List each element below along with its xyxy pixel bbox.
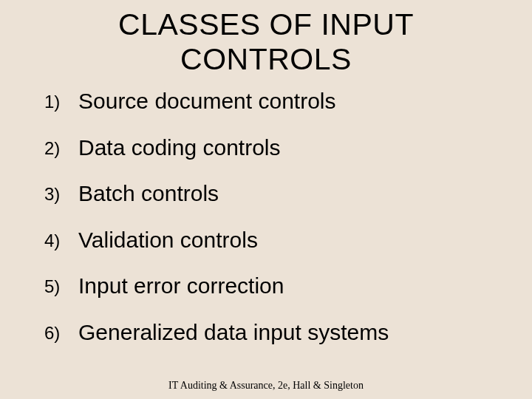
numbered-list: Source document controls Data coding con… bbox=[30, 89, 502, 345]
slide-title: CLASSES OF INPUT CONTROLS bbox=[30, 7, 502, 77]
footer-text: IT Auditing & Assurance, 2e, Hall & Sing… bbox=[0, 380, 532, 392]
list-item: Input error correction bbox=[44, 273, 502, 299]
list-item: Data coding controls bbox=[44, 135, 502, 161]
slide: CLASSES OF INPUT CONTROLS Source documen… bbox=[0, 0, 532, 399]
list-item: Source document controls bbox=[44, 89, 502, 115]
list-item: Generalized data input systems bbox=[44, 320, 502, 346]
list-item: Batch controls bbox=[44, 181, 502, 207]
list-item: Validation controls bbox=[44, 228, 502, 253]
